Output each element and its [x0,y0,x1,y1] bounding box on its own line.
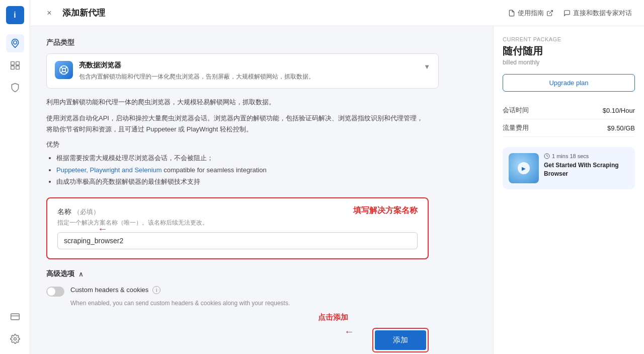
chat-icon [564,10,571,17]
usage-guide-link[interactable]: 使用指南 [508,9,553,18]
svg-rect-3 [11,66,14,69]
svg-point-0 [13,41,17,44]
stat-row-session: 会话时间 $0.10/Hour [503,102,635,119]
video-time: 1 mins 18 secs [544,153,629,159]
advanced-header[interactable]: 高级选项 ∧ [46,269,429,278]
add-button[interactable]: 添加 [375,330,426,350]
sidebar-item-location[interactable] [6,34,24,52]
video-thumbnail: ▶ [509,153,539,183]
svg-point-10 [62,68,66,72]
description-2: 使用浏览器自动化API，启动和操控大量爬虫浏览器会话。浏览器内置的解锁功能，包括… [46,113,429,135]
package-name: 随付随用 [503,44,635,58]
advanced-chevron-icon: ∧ [78,270,84,278]
puppeteer-link[interactable]: Puppeteer, Playwright and Selenium [56,166,162,174]
right-panel: CURRENT PACKAGE 随付随用 billed monthly Upgr… [493,26,644,354]
advantage-2-suffix: compatible for seamless integration [164,166,267,174]
header-actions: 使用指南 直接和数据专家对话 [508,9,632,18]
close-button[interactable]: × [42,6,56,20]
description-1: 利用内置解锁功能和代理一体的爬虫浏览器，大规模轻易解锁网站，抓取数据。 [46,97,429,108]
main-content: 产品类型 亮数据浏览器 包含内置解锁功能和代理的一体化爬虫浏览器，告别屏蔽，大规… [30,26,493,354]
page-body: 产品类型 亮数据浏览器 包含内置解锁功能和代理的一体化爬虫浏览器，告别屏蔽，大规… [30,26,644,354]
sidebar: i [0,0,30,354]
list-item: 由成功率极高的亮数据解锁器的最佳解锁技术支持 [56,176,477,187]
product-info: 亮数据浏览器 包含内置解锁功能和代理的一体化爬虫浏览器，告别屏蔽，大规模解锁网站… [79,61,314,81]
sidebar-item-billing[interactable] [6,308,24,326]
svg-line-11 [61,67,63,69]
expert-chat-link[interactable]: 直接和数据专家对话 [564,9,632,18]
product-dropdown-icon[interactable]: ▼ [424,63,430,70]
toggle-label: Custom headers & cookies [70,286,148,294]
name-annotation: 填写解决方案名称 [353,205,418,216]
list-item: Puppeteer, Playwright and Selenium compa… [56,164,477,176]
product-description: 包含内置解锁功能和代理的一体化爬虫浏览器，告别屏蔽，大规模解锁网站，抓取数据。 [79,72,314,81]
expert-chat-label: 直接和数据专家对话 [573,9,632,18]
stat-session-value: $0.10/Hour [603,107,635,114]
video-info: 1 mins 18 secs Get Started With Scraping… [544,153,629,178]
main-container: × 添加新代理 使用指南 直接和数据专家对话 产品类型 [30,0,644,354]
page-header: × 添加新代理 使用指南 直接和数据专家对话 [30,0,644,26]
toggle-label-group: Custom headers & cookies i [70,286,160,294]
svg-rect-5 [11,314,19,320]
sidebar-item-security[interactable] [6,79,24,97]
list-item: 根据需要按需大规模处理尽浏览器会话，不会被阻止； [56,152,477,164]
stat-traffic-label: 流量费用 [503,123,529,132]
toggle-row: Custom headers & cookies i [46,286,429,297]
toggle-info-icon[interactable]: i [152,286,160,294]
name-hint: 指定一个解决方案名称（唯一）。该名称后续无法更改。 [57,219,418,227]
video-card[interactable]: ▶ 1 mins 18 secs Get Started With Scrapi… [503,147,635,189]
stat-row-traffic: 流量费用 $9.50/GB [503,119,635,137]
product-card-left: 亮数据浏览器 包含内置解锁功能和代理的一体化爬虫浏览器，告别屏蔽，大规模解锁网站… [55,61,314,81]
package-billing: billed monthly [503,59,635,66]
video-title: Get Started With Scraping Browser [544,161,629,178]
name-required: （必填） [73,208,100,216]
clock-icon [544,153,550,159]
svg-rect-2 [16,62,19,65]
custom-headers-toggle[interactable] [46,287,64,297]
toggle-description: When enabled, you can send custom header… [70,299,429,308]
add-button-wrapper: 添加 [372,328,429,352]
click-arrow: ← [344,326,354,337]
product-name: 亮数据浏览器 [79,61,314,70]
sidebar-logo: i [6,6,24,24]
advanced-title: 高级选项 [46,269,74,278]
svg-rect-4 [16,66,19,69]
stat-session-label: 会话时间 [503,106,529,115]
name-section: 填写解决方案名称 名称 （必填） 指定一个解决方案名称（唯一）。该名称后续无法更… [46,197,429,259]
product-card[interactable]: 亮数据浏览器 包含内置解锁功能和代理的一体化爬虫浏览器，告别屏蔽，大规模解锁网站… [46,53,439,89]
advantages-list: 根据需要按需大规模处理尽浏览器会话，不会被阻止； Puppeteer, Play… [46,152,477,187]
usage-guide-label: 使用指南 [518,9,544,18]
stat-traffic-value: $9.50/GB [607,124,635,132]
svg-line-13 [65,67,67,69]
svg-rect-1 [11,62,14,65]
product-icon [55,61,73,79]
name-input[interactable] [57,232,418,249]
package-label: CURRENT PACKAGE [503,36,635,42]
advanced-section: 高级选项 ∧ Custom headers & cookies i When e… [46,269,429,308]
svg-line-8 [549,10,552,13]
footer-area: 点击添加 ← 添加 [46,328,429,354]
header-left: × 添加新代理 [42,6,105,20]
svg-point-7 [14,338,16,340]
svg-line-12 [65,71,67,73]
upgrade-plan-button[interactable]: Upgrade plan [503,74,635,92]
input-arrow: ← [98,223,108,235]
page-title: 添加新代理 [62,7,105,19]
advantages-title: 优势 [46,140,477,149]
svg-line-14 [61,71,63,73]
external-link-icon [546,10,553,17]
sidebar-item-settings[interactable] [6,330,24,348]
video-play-icon: ▶ [518,162,530,174]
click-annotation: 点击添加 [318,313,348,322]
product-section-title: 产品类型 [46,38,477,47]
sidebar-item-products[interactable] [6,56,24,75]
